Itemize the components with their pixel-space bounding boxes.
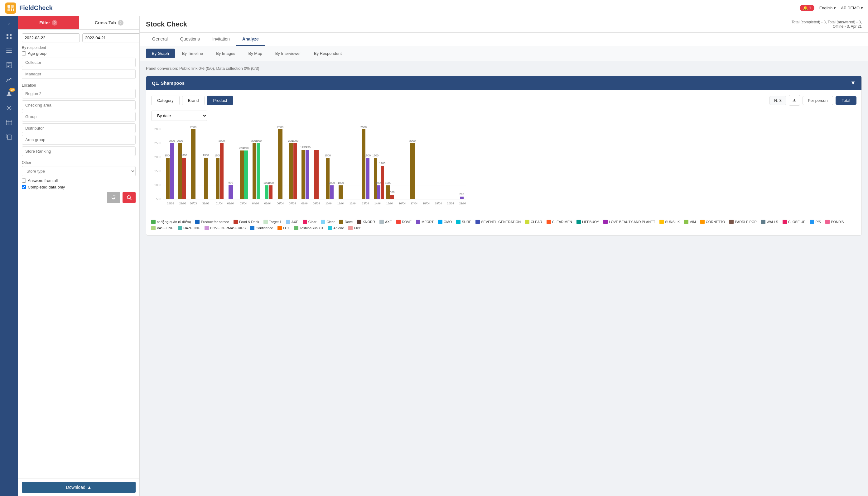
sidebar-item-settings[interactable]: [2, 102, 16, 115]
age-group-checkbox[interactable]: [22, 51, 26, 56]
svg-text:2500: 2500: [154, 141, 162, 145]
legend-item: CLEAR MEN: [547, 220, 572, 224]
language-selector[interactable]: English ▾: [819, 5, 836, 10]
crosstab-help-icon[interactable]: ?: [118, 20, 123, 26]
legend-item: Food & Drink: [233, 220, 259, 224]
sub-tabs: By Graph By Timeline By Images By Map By…: [140, 46, 868, 61]
main-content: Stock Check Total (completed) - 3, Total…: [140, 16, 868, 496]
store-ranking-input[interactable]: [22, 146, 136, 156]
svg-point-16: [8, 92, 10, 94]
svg-rect-43: [170, 143, 174, 199]
legend-item: at động quân (6 điểm): [151, 220, 191, 224]
svg-text:1500: 1500: [364, 154, 371, 157]
legend-color-swatch: [339, 220, 343, 224]
legend-item: SUNSILK: [659, 220, 680, 224]
total-button[interactable]: Total: [836, 96, 856, 105]
tab-general[interactable]: General: [146, 33, 174, 46]
filter-help-icon[interactable]: ?: [52, 20, 57, 26]
legend-label: VIM: [690, 220, 696, 224]
svg-text:1300: 1300: [181, 154, 187, 157]
svg-rect-85: [293, 143, 297, 199]
q-tab-product[interactable]: Product: [207, 96, 233, 105]
completed-data-checkbox[interactable]: [22, 185, 26, 189]
svg-text:1000: 1000: [154, 184, 162, 187]
tab-crosstab[interactable]: Cross-Tab ?: [79, 16, 140, 29]
legend-color-swatch: [357, 220, 361, 224]
tab-analyze[interactable]: Analyze: [236, 33, 265, 46]
sidebar-item-table[interactable]: [2, 116, 16, 129]
chevron-down-icon[interactable]: ▼: [850, 80, 856, 86]
svg-rect-1: [11, 5, 14, 8]
svg-text:2500: 2500: [190, 126, 196, 129]
notification-badge[interactable]: 🔔 1: [800, 5, 814, 11]
sidebar-item-grid[interactable]: [2, 30, 16, 43]
distributor-input[interactable]: [22, 123, 136, 133]
q-tab-brand[interactable]: Brand: [182, 96, 205, 105]
checking-area-input[interactable]: [22, 100, 136, 110]
tab-invitation[interactable]: Invitation: [206, 33, 236, 46]
sidebar: ›: [0, 16, 18, 496]
tab-filter[interactable]: Filter ?: [18, 16, 79, 29]
legend-color-swatch: [178, 226, 182, 230]
filter-tabs: Filter ? Cross-Tab ?: [18, 16, 139, 30]
legend-area: at động quân (6 điểm)Product for barcoeF…: [151, 220, 856, 230]
sidebar-item-users[interactable]: 20: [2, 87, 16, 100]
reset-button[interactable]: [107, 192, 120, 203]
question-controls: Category Brand Product N: 3 Per person: [151, 95, 856, 106]
users-badge: 20: [9, 88, 15, 92]
subtab-by-respondent[interactable]: By Respondent: [308, 49, 348, 58]
answers-from-all-checkbox[interactable]: [22, 179, 26, 183]
svg-text:2000: 2000: [292, 139, 299, 142]
legend-label: Target 1: [269, 220, 281, 224]
sidebar-item-reports[interactable]: [2, 59, 16, 72]
legend-label: SUNSILK: [665, 220, 680, 224]
search-button[interactable]: [123, 192, 136, 203]
legend-color-swatch: [379, 220, 384, 224]
subtab-by-images[interactable]: By Images: [210, 49, 241, 58]
group-input[interactable]: [22, 112, 136, 122]
collector-input[interactable]: [22, 58, 136, 67]
subtab-by-timeline[interactable]: By Timeline: [176, 49, 209, 58]
store-type-select[interactable]: Store type: [22, 166, 136, 176]
legend-item: LOVE BEAUTY AND PLANET: [603, 220, 655, 224]
svg-text:12/04: 12/04: [350, 202, 357, 205]
svg-rect-15: [7, 66, 9, 67]
date-from-input[interactable]: [22, 33, 80, 42]
legend-label: CLEAR: [531, 220, 542, 224]
legend-item: SEVENTH GENERATION: [475, 220, 521, 224]
svg-rect-3: [11, 9, 12, 11]
sidebar-item-copy[interactable]: [2, 130, 16, 143]
tab-questions[interactable]: Questions: [174, 33, 206, 46]
svg-rect-46: [178, 143, 182, 199]
download-button[interactable]: Download ▲: [22, 482, 136, 493]
legend-item: CORNETTO: [700, 220, 725, 224]
svg-text:16/04: 16/04: [399, 202, 406, 205]
subtab-by-graph[interactable]: By Graph: [146, 49, 175, 58]
subtab-by-map[interactable]: By Map: [243, 49, 268, 58]
legend-color-swatch: [729, 220, 734, 224]
svg-text:03/04: 03/04: [240, 202, 247, 205]
sidebar-item-analytics[interactable]: [2, 73, 16, 86]
chart-download-button[interactable]: [789, 95, 800, 106]
region-input[interactable]: [22, 89, 136, 98]
date-to-input[interactable]: [82, 33, 140, 42]
filter-panel: Filter ? Cross-Tab ? By respondent Age g…: [18, 16, 140, 496]
date-filter-select[interactable]: By date: [151, 111, 207, 121]
subtab-by-interviewer[interactable]: By Interviewer: [269, 49, 307, 58]
svg-rect-72: [257, 143, 260, 199]
area-group-input[interactable]: [22, 135, 136, 144]
date-range: [22, 33, 136, 42]
sidebar-item-list[interactable]: [2, 44, 16, 57]
per-person-button[interactable]: Per person: [803, 96, 833, 105]
q-tab-category[interactable]: Category: [151, 96, 180, 105]
svg-rect-57: [216, 158, 219, 199]
legend-label: Clear: [308, 220, 317, 224]
svg-text:2500: 2500: [277, 126, 284, 129]
legend-label: POND'S: [831, 220, 844, 224]
user-menu[interactable]: AP DEMO ▾: [841, 5, 863, 10]
svg-text:1000: 1000: [385, 181, 391, 184]
legend-color-swatch: [348, 226, 353, 230]
svg-rect-18: [6, 120, 12, 125]
manager-input[interactable]: [22, 69, 136, 79]
sidebar-toggle[interactable]: ›: [2, 19, 16, 29]
